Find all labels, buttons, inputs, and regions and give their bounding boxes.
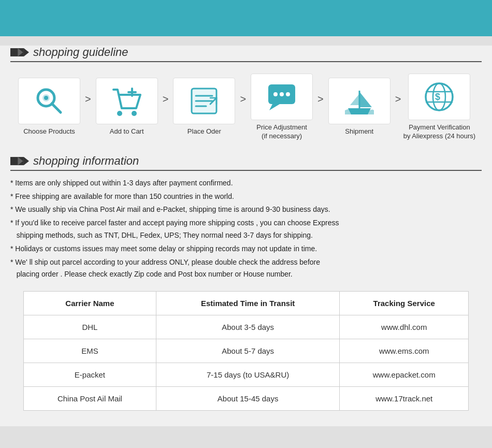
step-price-adjustment-box (251, 74, 313, 120)
globe-icon: $ (423, 80, 456, 113)
shipping-table: Carrier Name Estimated Time in Transit T… (23, 291, 469, 411)
info-item-4: * If you'd like to receive parcel faster… (10, 217, 482, 242)
col-carrier-name: Carrier Name (24, 292, 156, 315)
step-payment-verification: $ Payment Verificationby Aliexpress (24 … (403, 74, 475, 141)
tracking-ems: www.ems.com (340, 339, 469, 363)
order-icon (187, 84, 221, 118)
svg-point-8 (132, 111, 137, 116)
search-icon (33, 84, 66, 118)
step-price-adjustment-label: Price Adjustment(if necessary) (256, 123, 307, 141)
steps-row: Choose Products > Add to Cart > (10, 68, 482, 146)
svg-marker-27 (24, 157, 29, 165)
time-epacket: 7-15 days (to USA&RU) (156, 363, 340, 387)
top-banner (0, 0, 492, 36)
time-ems: About 5-7 days (156, 339, 340, 363)
carrier-ems: EMS (24, 339, 156, 363)
step-choose-products-label: Choose Products (23, 127, 75, 136)
info-item-1: * Items are only shipped out within 1-3 … (10, 177, 482, 190)
step-choose-products: Choose Products (16, 78, 83, 136)
guideline-icon (10, 47, 29, 58)
information-icon (10, 155, 29, 167)
information-header-bar: shopping information (10, 154, 482, 171)
info-list: * Items are only shipped out within 1-3 … (10, 177, 482, 281)
guideline-header-bar: shopping guideline (10, 46, 482, 62)
tracking-dhl: www.dhl.com (340, 315, 469, 339)
arrow-2: > (163, 93, 169, 105)
tracking-china-post: www.17track.net (340, 387, 469, 411)
svg-line-4 (52, 104, 61, 112)
arrow-1: > (85, 93, 91, 105)
table-row: EMS About 5-7 days www.ems.com (24, 339, 469, 363)
step-place-order-label: Place Oder (187, 127, 221, 136)
info-item-5: * Holidays or customs issues may meet so… (10, 243, 482, 255)
chat-icon (265, 80, 298, 113)
arrow-4: > (317, 93, 324, 105)
svg-point-7 (117, 111, 122, 116)
info-item-6: * We' ll ship out parcel according to yo… (10, 256, 482, 281)
svg-point-6 (44, 96, 48, 100)
guideline-title: shopping guideline (33, 46, 128, 59)
col-tracking-service: Tracking Service (340, 292, 469, 315)
content-area: shopping guideline Choose Products > (0, 46, 492, 426)
step-shipment: Shipment (326, 78, 393, 136)
step-add-to-cart-label: Add to Cart (110, 127, 144, 136)
step-payment-verification-label: Payment Verificationby Aliexpress (24 ho… (403, 123, 475, 141)
arrow-3: > (240, 93, 246, 105)
svg-point-17 (273, 92, 278, 96)
table-header-row: Carrier Name Estimated Time in Transit T… (24, 292, 469, 315)
information-header: shopping information (10, 154, 482, 171)
step-price-adjustment: Price Adjustment(if necessary) (248, 74, 315, 141)
table-row: DHL About 3-5 days www.dhl.com (24, 315, 469, 339)
step-add-to-cart: Add to Cart (93, 78, 161, 136)
step-shipment-box (328, 78, 390, 124)
carrier-dhl: DHL (24, 315, 156, 339)
info-item-3: * We usually ship via China Post Air mai… (10, 204, 482, 216)
svg-marker-1 (24, 48, 29, 56)
cart-icon (110, 84, 143, 118)
carrier-epacket: E-packet (24, 363, 156, 387)
svg-text:$: $ (435, 92, 440, 102)
info-item-2: * Free shipping are available for more t… (10, 191, 482, 203)
table-row: E-packet 7-15 days (to USA&RU) www.epack… (24, 363, 469, 387)
step-shipment-label: Shipment (345, 127, 373, 136)
step-place-order: Place Oder (170, 78, 238, 136)
information-title: shopping information (33, 154, 139, 168)
carrier-china-post: China Post Ail Mail (24, 387, 156, 411)
ship-icon (343, 84, 376, 118)
step-choose-products-box (18, 78, 80, 124)
col-estimated-time: Estimated Time in Transit (156, 292, 340, 315)
time-dhl: About 3-5 days (156, 315, 340, 339)
svg-point-19 (286, 92, 290, 96)
step-place-order-box (173, 78, 235, 124)
step-payment-verification-box: $ (408, 74, 470, 120)
time-china-post: About 15-45 days (156, 387, 340, 411)
guideline-header: shopping guideline (10, 46, 482, 62)
arrow-5: > (395, 93, 401, 105)
tracking-epacket: www.epacket.com (340, 363, 469, 387)
svg-marker-16 (269, 104, 280, 110)
table-row: China Post Ail Mail About 15-45 days www… (24, 387, 469, 411)
svg-point-18 (280, 92, 284, 96)
step-add-to-cart-box (96, 78, 158, 124)
